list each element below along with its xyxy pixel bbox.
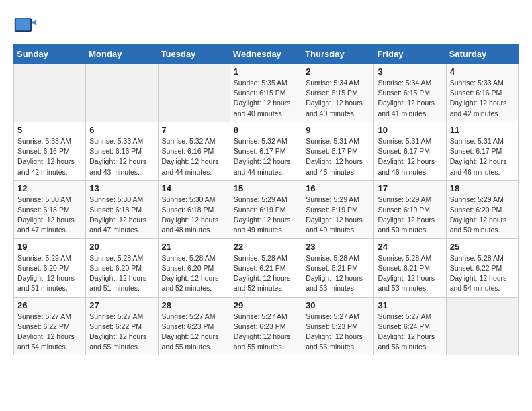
calendar-cell: 27Sunrise: 5:27 AMSunset: 6:22 PMDayligh… (86, 297, 158, 355)
calendar-week-row: 5Sunrise: 5:33 AMSunset: 6:16 PMDaylight… (14, 122, 519, 180)
logo (13, 13, 40, 38)
calendar-table: SundayMondayTuesdayWednesdayThursdayFrid… (13, 44, 519, 355)
logo-icon (13, 13, 38, 38)
calendar-cell: 15Sunrise: 5:29 AMSunset: 6:19 PMDayligh… (230, 180, 302, 238)
day-info: Sunrise: 5:33 AMSunset: 6:16 PMDaylight:… (450, 78, 515, 119)
day-number: 20 (89, 242, 154, 252)
day-number: 30 (306, 300, 370, 310)
calendar-cell: 19Sunrise: 5:29 AMSunset: 6:20 PMDayligh… (14, 238, 86, 297)
calendar-week-row: 12Sunrise: 5:30 AMSunset: 6:18 PMDayligh… (14, 180, 519, 238)
calendar-cell: 30Sunrise: 5:27 AMSunset: 6:23 PMDayligh… (302, 297, 374, 355)
page-header (13, 13, 519, 38)
calendar-cell: 24Sunrise: 5:28 AMSunset: 6:21 PMDayligh… (374, 238, 446, 297)
calendar-cell: 21Sunrise: 5:28 AMSunset: 6:20 PMDayligh… (158, 238, 230, 297)
weekday-header: Sunday (14, 45, 86, 64)
day-number: 1 (234, 66, 298, 77)
calendar-cell (86, 64, 158, 122)
day-info: Sunrise: 5:27 AMSunset: 6:24 PMDaylight:… (378, 312, 442, 353)
day-number: 10 (378, 125, 442, 135)
calendar-cell: 25Sunrise: 5:28 AMSunset: 6:22 PMDayligh… (446, 238, 518, 297)
weekday-header: Friday (374, 45, 446, 64)
calendar-week-row: 1Sunrise: 5:35 AMSunset: 6:15 PMDaylight… (14, 64, 519, 122)
day-number: 9 (306, 125, 370, 135)
day-info: Sunrise: 5:29 AMSunset: 6:19 PMDaylight:… (378, 195, 442, 236)
day-number: 14 (162, 183, 226, 193)
day-number: 27 (89, 300, 154, 310)
calendar-cell: 28Sunrise: 5:27 AMSunset: 6:23 PMDayligh… (158, 297, 230, 355)
calendar-cell (446, 297, 518, 355)
calendar-cell: 9Sunrise: 5:31 AMSunset: 6:17 PMDaylight… (302, 122, 374, 180)
day-info: Sunrise: 5:30 AMSunset: 6:18 PMDaylight:… (162, 195, 226, 236)
calendar-cell: 20Sunrise: 5:28 AMSunset: 6:20 PMDayligh… (86, 238, 158, 297)
day-info: Sunrise: 5:28 AMSunset: 6:20 PMDaylight:… (89, 253, 154, 294)
calendar-cell: 17Sunrise: 5:29 AMSunset: 6:19 PMDayligh… (374, 180, 446, 238)
day-info: Sunrise: 5:30 AMSunset: 6:18 PMDaylight:… (89, 195, 154, 236)
day-number: 4 (450, 66, 515, 77)
calendar-cell: 1Sunrise: 5:35 AMSunset: 6:15 PMDaylight… (230, 64, 302, 122)
weekday-header: Wednesday (230, 45, 302, 64)
day-info: Sunrise: 5:32 AMSunset: 6:16 PMDaylight:… (162, 136, 226, 177)
calendar-cell: 2Sunrise: 5:34 AMSunset: 6:15 PMDaylight… (302, 64, 374, 122)
calendar-week-row: 26Sunrise: 5:27 AMSunset: 6:22 PMDayligh… (14, 297, 519, 355)
weekday-header: Thursday (302, 45, 374, 64)
calendar-cell: 14Sunrise: 5:30 AMSunset: 6:18 PMDayligh… (158, 180, 230, 238)
day-info: Sunrise: 5:28 AMSunset: 6:21 PMDaylight:… (306, 253, 370, 294)
day-number: 17 (378, 183, 442, 193)
day-number: 7 (162, 125, 226, 135)
day-info: Sunrise: 5:28 AMSunset: 6:21 PMDaylight:… (378, 253, 442, 294)
calendar-cell: 5Sunrise: 5:33 AMSunset: 6:16 PMDaylight… (14, 122, 86, 180)
svg-rect-1 (16, 19, 31, 30)
day-number: 16 (306, 183, 370, 193)
calendar-cell: 11Sunrise: 5:31 AMSunset: 6:17 PMDayligh… (446, 122, 518, 180)
weekday-header: Monday (86, 45, 158, 64)
day-number: 18 (450, 183, 515, 193)
day-info: Sunrise: 5:27 AMSunset: 6:22 PMDaylight:… (17, 312, 82, 353)
day-number: 6 (89, 125, 154, 135)
day-number: 24 (378, 242, 442, 252)
day-info: Sunrise: 5:29 AMSunset: 6:20 PMDaylight:… (17, 253, 82, 294)
calendar-cell: 18Sunrise: 5:29 AMSunset: 6:20 PMDayligh… (446, 180, 518, 238)
calendar-cell: 4Sunrise: 5:33 AMSunset: 6:16 PMDaylight… (446, 64, 518, 122)
day-number: 2 (306, 66, 370, 77)
weekday-header: Tuesday (158, 45, 230, 64)
day-info: Sunrise: 5:31 AMSunset: 6:17 PMDaylight:… (378, 136, 442, 177)
calendar-cell: 29Sunrise: 5:27 AMSunset: 6:23 PMDayligh… (230, 297, 302, 355)
day-info: Sunrise: 5:34 AMSunset: 6:15 PMDaylight:… (378, 78, 442, 119)
day-number: 31 (378, 300, 442, 310)
day-info: Sunrise: 5:28 AMSunset: 6:21 PMDaylight:… (234, 253, 298, 294)
calendar-cell: 16Sunrise: 5:29 AMSunset: 6:19 PMDayligh… (302, 180, 374, 238)
calendar-cell: 3Sunrise: 5:34 AMSunset: 6:15 PMDaylight… (374, 64, 446, 122)
calendar-cell: 26Sunrise: 5:27 AMSunset: 6:22 PMDayligh… (14, 297, 86, 355)
day-number: 26 (17, 300, 82, 310)
day-number: 15 (234, 183, 298, 193)
calendar-cell: 10Sunrise: 5:31 AMSunset: 6:17 PMDayligh… (374, 122, 446, 180)
day-number: 13 (89, 183, 154, 193)
day-number: 3 (378, 66, 442, 77)
calendar-cell: 8Sunrise: 5:32 AMSunset: 6:17 PMDaylight… (230, 122, 302, 180)
day-info: Sunrise: 5:28 AMSunset: 6:20 PMDaylight:… (162, 253, 226, 294)
day-info: Sunrise: 5:28 AMSunset: 6:22 PMDaylight:… (450, 253, 515, 294)
calendar-cell: 31Sunrise: 5:27 AMSunset: 6:24 PMDayligh… (374, 297, 446, 355)
day-number: 21 (162, 242, 226, 252)
day-number: 8 (234, 125, 298, 135)
day-number: 25 (450, 242, 515, 252)
day-number: 11 (450, 125, 515, 135)
calendar-cell: 7Sunrise: 5:32 AMSunset: 6:16 PMDaylight… (158, 122, 230, 180)
day-info: Sunrise: 5:33 AMSunset: 6:16 PMDaylight:… (17, 136, 82, 177)
day-info: Sunrise: 5:27 AMSunset: 6:23 PMDaylight:… (234, 312, 298, 353)
day-info: Sunrise: 5:27 AMSunset: 6:23 PMDaylight:… (306, 312, 370, 353)
svg-marker-2 (32, 19, 36, 26)
day-info: Sunrise: 5:30 AMSunset: 6:18 PMDaylight:… (17, 195, 82, 236)
day-number: 19 (17, 242, 82, 252)
calendar-cell (14, 64, 86, 122)
calendar-week-row: 19Sunrise: 5:29 AMSunset: 6:20 PMDayligh… (14, 238, 519, 297)
calendar-cell: 12Sunrise: 5:30 AMSunset: 6:18 PMDayligh… (14, 180, 86, 238)
day-info: Sunrise: 5:35 AMSunset: 6:15 PMDaylight:… (234, 78, 298, 119)
calendar-cell: 13Sunrise: 5:30 AMSunset: 6:18 PMDayligh… (86, 180, 158, 238)
day-number: 29 (234, 300, 298, 310)
day-number: 28 (162, 300, 226, 310)
day-info: Sunrise: 5:27 AMSunset: 6:23 PMDaylight:… (162, 312, 226, 353)
calendar-cell: 6Sunrise: 5:33 AMSunset: 6:16 PMDaylight… (86, 122, 158, 180)
day-info: Sunrise: 5:29 AMSunset: 6:20 PMDaylight:… (450, 195, 515, 236)
day-info: Sunrise: 5:29 AMSunset: 6:19 PMDaylight:… (306, 195, 370, 236)
